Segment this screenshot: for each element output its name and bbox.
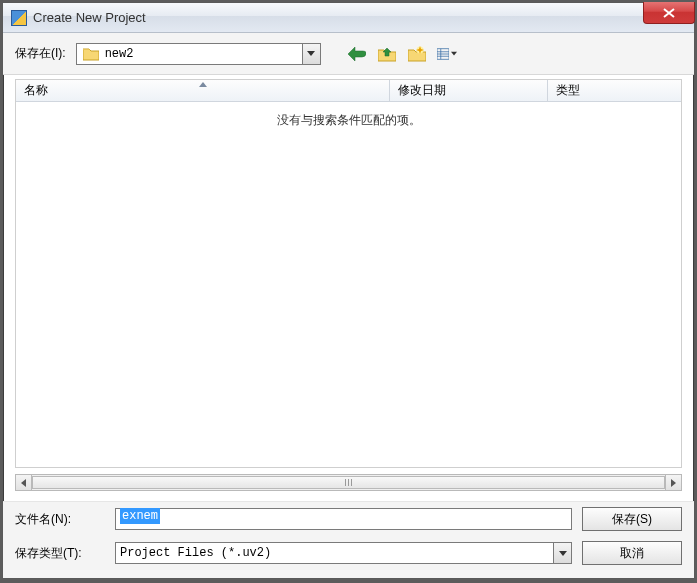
column-type[interactable]: 类型: [548, 80, 681, 101]
column-modified[interactable]: 修改日期: [390, 80, 548, 101]
up-one-level-button[interactable]: [377, 44, 397, 64]
folder-dropdown-button[interactable]: [302, 44, 320, 64]
views-button[interactable]: [437, 44, 457, 64]
new-folder-icon: [408, 46, 426, 62]
scroll-track[interactable]: [32, 474, 665, 491]
save-button[interactable]: 保存(S): [582, 507, 682, 531]
horizontal-scrollbar[interactable]: [15, 474, 682, 491]
folder-up-icon: [378, 46, 396, 62]
filename-input[interactable]: exnem: [115, 508, 572, 530]
column-modified-label: 修改日期: [398, 82, 446, 99]
folder-combo[interactable]: new2: [76, 43, 321, 65]
save-in-label: 保存在(I):: [15, 45, 66, 62]
column-name-label: 名称: [24, 82, 48, 99]
filetype-value: Project Files (*.uv2): [120, 546, 271, 560]
scroll-left-button[interactable]: [15, 474, 32, 491]
bottom-controls: 文件名(N): exnem 保存(S) 保存类型(T): Project Fil…: [3, 501, 694, 578]
filetype-label: 保存类型(T):: [15, 545, 105, 562]
empty-message: 没有与搜索条件匹配的项。: [16, 102, 681, 129]
caret-right-icon: [671, 479, 676, 487]
new-folder-button[interactable]: [407, 44, 427, 64]
filetype-dropdown-button[interactable]: [553, 543, 571, 563]
save-button-label: 保存(S): [612, 511, 652, 528]
toolbar: 保存在(I): new2: [3, 33, 694, 75]
sort-ascending-icon: [199, 82, 207, 87]
scroll-right-button[interactable]: [665, 474, 682, 491]
close-button[interactable]: [643, 2, 695, 24]
file-list-body[interactable]: 没有与搜索条件匹配的项。: [16, 102, 681, 467]
file-list: 名称 修改日期 类型 没有与搜索条件匹配的项。: [15, 79, 682, 468]
dialog-window: Create New Project 保存在(I): new2: [2, 2, 695, 579]
cancel-button-label: 取消: [620, 545, 644, 562]
column-type-label: 类型: [556, 82, 580, 99]
folder-name: new2: [105, 47, 134, 61]
window-title: Create New Project: [33, 10, 146, 25]
scroll-thumb[interactable]: [32, 476, 665, 489]
caret-left-icon: [21, 479, 26, 487]
filename-label: 文件名(N):: [15, 511, 105, 528]
chevron-down-icon: [451, 51, 457, 56]
close-icon: [663, 8, 675, 18]
chevron-down-icon: [559, 551, 567, 556]
back-arrow-icon: [348, 47, 366, 61]
column-name[interactable]: 名称: [16, 80, 390, 101]
filetype-combo[interactable]: Project Files (*.uv2): [115, 542, 572, 564]
views-icon: [437, 47, 449, 61]
column-headers: 名称 修改日期 类型: [16, 80, 681, 102]
back-button[interactable]: [347, 44, 367, 64]
filename-value: exnem: [120, 508, 160, 524]
folder-icon: [83, 47, 99, 61]
app-icon: [11, 10, 27, 26]
cancel-button[interactable]: 取消: [582, 541, 682, 565]
chevron-down-icon: [307, 51, 315, 56]
title-bar: Create New Project: [3, 3, 694, 33]
toolbar-icons: [347, 44, 457, 64]
